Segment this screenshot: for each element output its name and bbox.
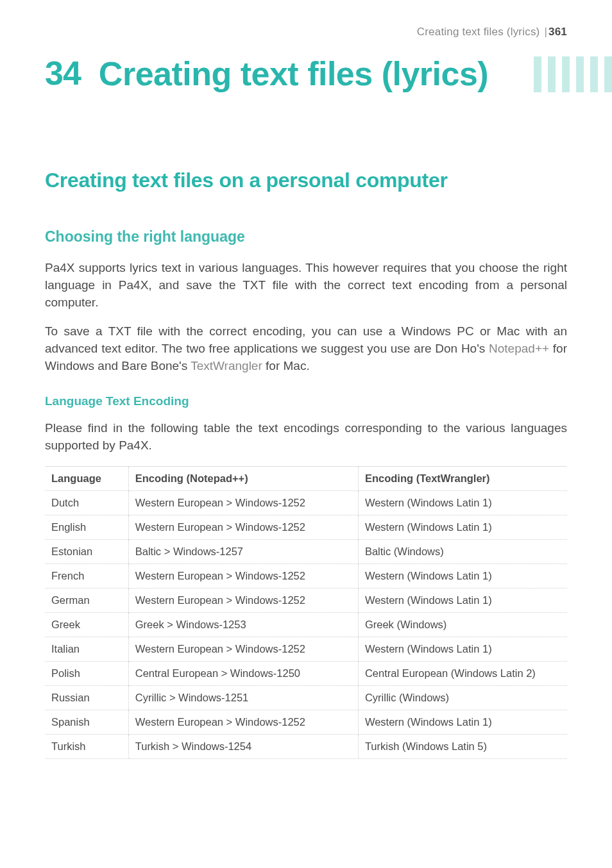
table-cell-lang: Estonian — [45, 539, 128, 563]
chapter-number: 34 — [45, 56, 81, 90]
table-row: PolishCentral European > Windows-1250Cen… — [45, 661, 567, 685]
table-cell-lang: Dutch — [45, 490, 128, 515]
table-cell-tw: Western (Windows Latin 1) — [358, 490, 567, 515]
table-cell-lang: Greek — [45, 612, 128, 637]
table-cell-np: Western European > Windows-1252 — [128, 710, 358, 734]
chapter-heading: 34 Creating text files (lyrics) — [45, 56, 567, 92]
table-cell-lang: Spanish — [45, 710, 128, 734]
table-cell-tw: Cyrillic (Windows) — [358, 685, 567, 710]
table-row: GermanWestern European > Windows-1252Wes… — [45, 588, 567, 612]
table-row: DutchWestern European > Windows-1252West… — [45, 490, 567, 515]
table-row: EnglishWestern European > Windows-1252We… — [45, 515, 567, 539]
table-cell-np: Baltic > Windows-1257 — [128, 539, 358, 563]
th-textwrangler: Encoding (TextWrangler) — [358, 466, 567, 490]
table-cell-tw: Turkish (Windows Latin 5) — [358, 734, 567, 758]
table-cell-lang: Italian — [45, 637, 128, 661]
table-cell-np: Central European > Windows-1250 — [128, 661, 358, 685]
table-cell-np: Western European > Windows-1252 — [128, 490, 358, 515]
table-row: GreekGreek > Windows-1253Greek (Windows) — [45, 612, 567, 637]
table-row: RussianCyrillic > Windows-1251Cyrillic (… — [45, 685, 567, 710]
table-cell-tw: Western (Windows Latin 1) — [358, 515, 567, 539]
table-cell-lang: English — [45, 515, 128, 539]
table-cell-tw: Western (Windows Latin 1) — [358, 563, 567, 588]
table-cell-lang: German — [45, 588, 128, 612]
encoding-table: Language Encoding (Notepad++) Encoding (… — [45, 466, 567, 759]
table-cell-np: Greek > Windows-1253 — [128, 612, 358, 637]
table-cell-np: Western European > Windows-1252 — [128, 515, 358, 539]
table-row: SpanishWestern European > Windows-1252We… — [45, 710, 567, 734]
table-cell-lang: Russian — [45, 685, 128, 710]
table-cell-tw: Greek (Windows) — [358, 612, 567, 637]
subheading-language-text-encoding: Language Text Encoding — [45, 394, 567, 408]
paragraph-intro: Pa4X supports lyrics text in various lan… — [45, 260, 567, 312]
page-number: 361 — [548, 26, 567, 38]
table-row: TurkishTurkish > Windows-1254Turkish (Wi… — [45, 734, 567, 758]
table-cell-tw: Western (Windows Latin 1) — [358, 637, 567, 661]
table-cell-np: Cyrillic > Windows-1251 — [128, 685, 358, 710]
table-cell-np: Western European > Windows-1252 — [128, 637, 358, 661]
paragraph-editors-part-c: for Mac. — [262, 359, 310, 372]
table-row: EstonianBaltic > Windows-1257Baltic (Win… — [45, 539, 567, 563]
link-textwrangler[interactable]: TextWrangler — [191, 359, 262, 372]
table-header-row: Language Encoding (Notepad++) Encoding (… — [45, 466, 567, 490]
chapter-title: Creating text files (lyrics) — [99, 56, 567, 92]
paragraph-editors: To save a TXT file with the correct enco… — [45, 323, 567, 375]
running-header-divider: | — [544, 26, 547, 38]
paragraph-table-intro: Please find in the following table the t… — [45, 420, 567, 455]
table-cell-tw: Central European (Windows Latin 2) — [358, 661, 567, 685]
subheading-choosing-language: Choosing the right language — [45, 228, 567, 246]
table-row: ItalianWestern European > Windows-1252We… — [45, 637, 567, 661]
table-cell-tw: Western (Windows Latin 1) — [358, 588, 567, 612]
running-header-title: Creating text files (lyrics) — [417, 26, 540, 38]
table-cell-tw: Western (Windows Latin 1) — [358, 710, 567, 734]
link-notepadpp[interactable]: Notepad++ — [489, 342, 549, 355]
th-language: Language — [45, 466, 128, 490]
table-row: FrenchWestern European > Windows-1252Wes… — [45, 563, 567, 588]
table-cell-np: Turkish > Windows-1254 — [128, 734, 358, 758]
table-cell-lang: Turkish — [45, 734, 128, 758]
table-cell-np: Western European > Windows-1252 — [128, 588, 358, 612]
table-cell-np: Western European > Windows-1252 — [128, 563, 358, 588]
table-cell-lang: Polish — [45, 661, 128, 685]
section-title: Creating text files on a personal comput… — [45, 169, 567, 192]
running-header: Creating text files (lyrics) |361 — [45, 26, 567, 38]
th-notepadpp: Encoding (Notepad++) — [128, 466, 358, 490]
table-cell-tw: Baltic (Windows) — [358, 539, 567, 563]
table-cell-lang: French — [45, 563, 128, 588]
